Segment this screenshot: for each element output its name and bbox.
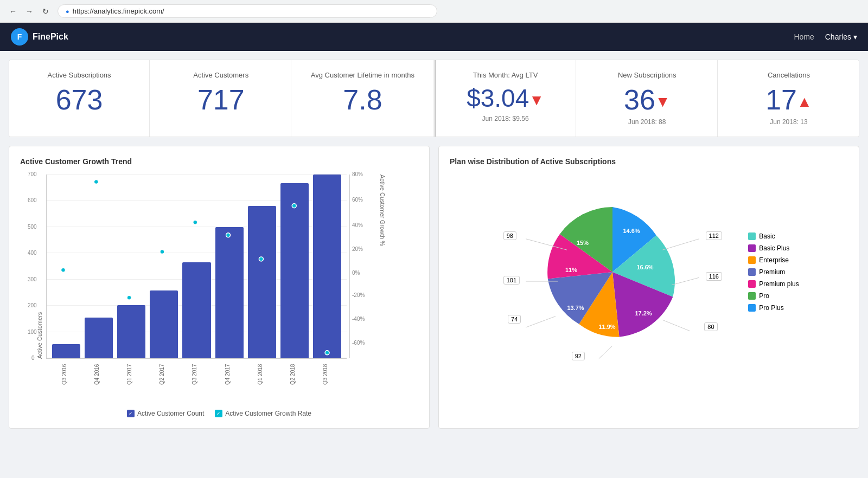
pct-enterprise: 11.9% (599, 324, 616, 330)
legend-basic-plus-label: Basic Plus (759, 244, 789, 252)
callout-116: 116 (706, 272, 722, 281)
svg-point-0 (61, 268, 65, 272)
x-label-4: Q3 2017 (192, 361, 220, 388)
pie-svg: 16.6% 17.2% 11.9% 13.7% 11% 15% 14.6% (531, 191, 694, 353)
legend-premium-color (748, 268, 756, 276)
x-label-3: Q2 2017 (159, 361, 187, 388)
pct-premium-plus: 11% (565, 267, 577, 273)
user-menu[interactable]: Charles ▾ (825, 33, 857, 41)
kpi-new-subscriptions: New Subscriptions 36▼ Jun 2018: 88 (577, 60, 718, 137)
x-label-8: Q3 2018 (322, 361, 350, 388)
kpi-newsub-label: New Subscriptions (590, 71, 704, 79)
address-bar[interactable]: ● https://analytics.finepick.com/ (58, 4, 437, 18)
legend-enterprise-color (748, 256, 756, 264)
x-label-0: Q3 2016 (61, 361, 90, 388)
legend-bar: ✓ Active Customer Count (127, 410, 204, 417)
logo: F FinePick (11, 28, 68, 46)
forward-button[interactable]: → (23, 5, 36, 18)
legend-premium: Premium (748, 268, 799, 276)
pct-pro: 15% (577, 240, 589, 246)
legend-pro-plus-label: Pro Plus (759, 304, 783, 312)
callout-112: 112 (706, 231, 722, 240)
x-axis-labels: Q3 2016 Q4 2016 Q1 2017 Q2 2017 Q3 2017 … (56, 361, 356, 388)
reload-button[interactable]: ↻ (39, 5, 52, 18)
kpi-cancel-sub: Jun 2018: 13 (732, 118, 846, 126)
legend-line-icon: ✓ (215, 410, 222, 417)
chart-plot-area: 0 100 200 300 400 500 600 700 80% 60% (46, 175, 347, 359)
newsub-arrow-down: ▼ (655, 93, 671, 110)
kpi-customers-label: Active Customers (164, 71, 278, 79)
svg-point-6 (259, 257, 263, 261)
nav-buttons: ← → ↻ (7, 5, 52, 18)
legend-pro-plus-color (748, 304, 756, 312)
bar-chart-legend: ✓ Active Customer Count ✓ Active Custome… (20, 410, 418, 417)
pct-basic-plus: 17.2% (635, 310, 652, 316)
legend-pro-plus: Pro Plus (748, 304, 799, 312)
kpi-newsub-sub: Jun 2018: 88 (590, 118, 704, 126)
legend-bar-label: Active Customer Count (137, 410, 204, 417)
x-label-6: Q1 2018 (257, 361, 285, 388)
svg-point-2 (127, 295, 131, 300)
x-label-7: Q2 2018 (290, 361, 318, 388)
legend-pro: Pro (748, 292, 799, 300)
svg-point-3 (160, 249, 164, 254)
legend-premium-plus-label: Premium plus (759, 280, 799, 288)
charts-row: Active Customer Growth Trend Active Cust… (9, 146, 859, 429)
logo-icon: F (11, 28, 28, 46)
legend-basic-color (748, 232, 756, 240)
username: Charles (825, 33, 851, 41)
pie-chart-container: 98 112 116 80 92 74 101 (450, 175, 848, 370)
kpi-active-customers: Active Customers 717 (151, 60, 291, 137)
right-y-axis: 80% 60% 40% 20% 0% -20% -40% -60% (349, 175, 376, 358)
legend-premium-plus: Premium plus (748, 280, 799, 288)
cancel-arrow-up: ▲ (797, 93, 812, 110)
callout-74: 74 (508, 315, 521, 324)
kpi-subscriptions-label: Active Subscriptions (22, 71, 136, 79)
legend-enterprise: Enterprise (748, 256, 799, 264)
line-chart-svg (47, 175, 347, 358)
url-text: https://analytics.finepick.com/ (73, 7, 164, 15)
legend-pro-label: Pro (759, 292, 769, 300)
kpi-ltv-value: $3.04▼ (449, 86, 563, 111)
svg-point-8 (325, 351, 329, 355)
kpi-active-subscriptions: Active Subscriptions 673 (9, 60, 150, 137)
pie-legend: Basic Basic Plus Enterprise Premium (748, 232, 799, 312)
kpi-avg-lifetime: Avg Customer Lifetime in months 7.8 (292, 60, 433, 137)
x-label-5: Q4 2017 (225, 361, 253, 388)
pct-basic: 16.6% (637, 264, 654, 270)
svg-point-7 (292, 204, 296, 208)
callout-98: 98 (503, 231, 516, 240)
legend-basic-label: Basic (759, 232, 775, 240)
legend-bar-icon: ✓ (127, 410, 135, 417)
kpi-subscriptions-value: 673 (22, 86, 136, 114)
legend-line: ✓ Active Customer Growth Rate (215, 410, 311, 417)
chevron-down-icon: ▾ (853, 33, 857, 41)
x-label-2: Q1 2017 (126, 361, 155, 388)
y2-axis-label: Active Customer Growth % (379, 175, 386, 359)
kpi-row: Active Subscriptions 673 Active Customer… (9, 60, 859, 137)
back-button[interactable]: ← (7, 5, 20, 18)
browser-chrome: ← → ↻ ● https://analytics.finepick.com/ (0, 0, 868, 23)
logo-text: FinePick (33, 32, 68, 42)
kpi-cancel-label: Cancellations (732, 71, 846, 79)
top-nav: F FinePick Home Charles ▾ (0, 23, 868, 51)
secure-icon: ● (66, 8, 69, 15)
pie-wrapper: 98 112 116 80 92 74 101 (499, 180, 726, 364)
svg-point-5 (226, 233, 231, 237)
kpi-avg-ltv: This Month: Avg LTV $3.04▼ Jun 2018: $9.… (435, 60, 576, 137)
kpi-cancellations: Cancellations 17▲ Jun 2018: 13 (719, 60, 859, 137)
legend-pro-color (748, 292, 756, 300)
legend-basic-plus: Basic Plus (748, 244, 799, 252)
ltv-arrow-down: ▼ (529, 92, 544, 108)
home-link[interactable]: Home (794, 33, 814, 41)
callout-80: 80 (704, 322, 717, 331)
main-content: Active Subscriptions 673 Active Customer… (0, 51, 868, 437)
kpi-customers-value: 717 (164, 86, 278, 114)
svg-point-1 (94, 180, 98, 184)
legend-enterprise-label: Enterprise (759, 256, 789, 264)
bar-chart-title: Active Customer Growth Trend (20, 157, 418, 166)
legend-basic: Basic (748, 232, 799, 240)
legend-premium-label: Premium (759, 268, 785, 276)
x-label-1: Q4 2016 (94, 361, 122, 388)
kpi-ltv-sub: Jun 2018: $9.56 (449, 115, 563, 122)
